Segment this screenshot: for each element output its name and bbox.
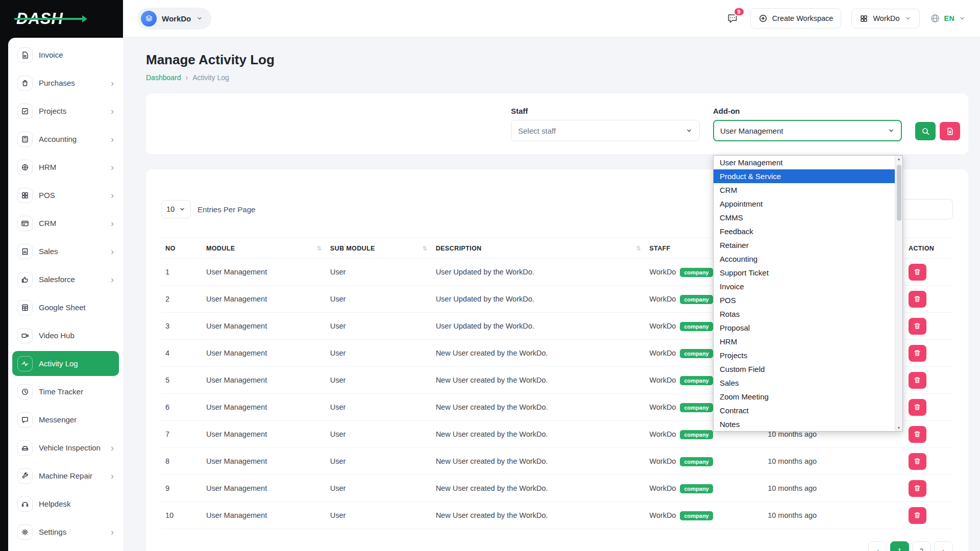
pagination: ‹12› [161,541,953,551]
notification-badge: 9 [733,7,745,16]
cell-description: New User created by the WorkDo. [432,340,646,367]
pagination-page-1[interactable]: 1 [890,541,909,551]
scroll-up-icon[interactable]: ▲ [895,157,902,161]
sidebar-item-purchases[interactable]: Purchases› [12,70,119,95]
dropdown-option-projects[interactable]: Projects [714,348,895,362]
chevron-down-icon [888,127,895,134]
projects-icon [17,104,33,119]
sidebar-item-settings[interactable]: Settings› [12,519,119,544]
addon-select[interactable]: User Management [713,120,902,141]
delete-button[interactable] [909,291,926,308]
sidebar-item-vehicle-inspection[interactable]: Vehicle Inspection› [12,435,119,460]
delete-button[interactable] [909,264,926,281]
sidebar-item-pos[interactable]: POS› [12,183,119,208]
sidebar-item-salesforce[interactable]: Salesforce› [12,267,119,292]
dropdown-option-invoice[interactable]: Invoice [714,280,895,293]
sidebar-item-hrm[interactable]: HRM› [12,155,119,180]
staff-select[interactable]: Select staff [511,120,700,141]
search-button[interactable] [915,122,936,140]
sidebar-item-accounting[interactable]: Accounting› [12,127,119,152]
delete-button[interactable] [909,507,926,524]
dropdown-option-hrm[interactable]: HRM [714,335,895,348]
salesforce-icon [17,272,33,287]
dropdown-option-proposal[interactable]: Proposal [714,321,895,335]
column-header-sub-module[interactable]: SUB MODULE⇅ [326,238,432,259]
sort-icon[interactable]: ⇅ [316,245,322,252]
cell-no: 5 [161,367,202,394]
helpdesk-icon [17,496,33,512]
delete-button[interactable] [909,453,926,470]
chevron-right-icon: › [111,135,114,144]
sidebar-item-google-sheet[interactable]: Google Sheet [12,295,119,320]
delete-button[interactable] [909,426,926,443]
dropdown-option-accounting[interactable]: Accounting [714,252,895,266]
dropdown-option-contract[interactable]: Contract [714,404,895,417]
delete-button[interactable] [909,318,926,335]
delete-button[interactable] [909,480,926,497]
dropdown-option-custom-field[interactable]: Custom Field [714,362,895,376]
cell-action [904,313,953,340]
cell-module: User Management [202,340,326,367]
column-header-description[interactable]: DESCRIPTION⇅ [432,238,646,259]
dropdown-option-rotas[interactable]: Rotas [714,307,895,321]
dropdown-option-cmms[interactable]: CMMS [714,211,895,224]
table-row: 8User ManagementUserNew User created by … [161,448,953,475]
cell-description: New User created by the WorkDo. [432,394,646,421]
sort-icon[interactable]: ⇅ [636,245,641,252]
sidebar-item-invoice[interactable]: Invoice [12,42,119,67]
dropdown-option-feedback[interactable]: Feedback [714,224,895,238]
column-header-module[interactable]: MODULE⇅ [202,238,326,259]
company-badge: company [680,349,713,358]
dropdown-option-pos[interactable]: POS [714,293,895,307]
sidebar-item-sales[interactable]: Sales› [12,239,119,264]
cell-module: User Management [202,367,326,394]
pagination-page-2[interactable]: 2 [912,541,931,551]
export-button[interactable] [940,122,960,140]
entries-per-page-select[interactable]: 10 [161,200,191,218]
dropdown-option-appointment[interactable]: Appointment [714,197,895,211]
dropdown-option-zoom-meeting[interactable]: Zoom Meeting [714,390,895,404]
dropdown-option-retainer[interactable]: Retainer [714,238,895,252]
language-selector[interactable]: EN [930,13,966,23]
sidebar-item-messenger[interactable]: Messenger [12,407,119,432]
workspace-switcher[interactable]: WorkDo [137,8,211,30]
time-tracker-icon [17,384,33,399]
messages-button[interactable]: 9 [725,11,740,26]
cell-action [904,502,953,529]
pagination-next-button[interactable]: › [934,541,953,551]
top-header: WorkDo 9 Create Workspace WorkDo EN [123,0,980,37]
dropdown-option-notes[interactable]: Notes [714,417,895,431]
delete-button[interactable] [909,399,926,416]
entries-per-page-value: 10 [166,205,175,213]
dropdown-option-support-ticket[interactable]: Support Ticket [714,266,895,280]
breadcrumb-dashboard-link[interactable]: Dashboard [146,73,181,82]
breadcrumb-separator: › [186,73,188,82]
dropdown-scrollbar[interactable]: ▲ ▼ [895,156,902,431]
delete-button[interactable] [909,345,926,362]
cell-module: User Management [202,475,326,502]
sidebar-item-machine-repair[interactable]: Machine Repair› [12,463,119,488]
create-workspace-label: Create Workspace [772,14,834,22]
chevron-right-icon: › [111,247,114,256]
create-workspace-button[interactable]: Create Workspace [750,8,842,29]
cell-action [904,421,953,448]
sidebar-item-projects[interactable]: Projects› [12,98,119,123]
table-row: 9User ManagementUserNew User created by … [161,475,953,502]
delete-button[interactable] [909,372,926,389]
dropdown-option-user-management[interactable]: User Management [714,156,895,169]
pagination-prev-button[interactable]: ‹ [868,541,887,551]
dropdown-option-product-service[interactable]: Product & Service [714,169,895,183]
sidebar-item-activity-log[interactable]: Activity Log [12,351,119,376]
sidebar-item-video-hub[interactable]: Video Hub [12,323,119,348]
sidebar-item-helpdesk[interactable]: Helpdesk [12,491,119,516]
dropdown-option-crm[interactable]: CRM [714,183,895,197]
scrollbar-thumb[interactable] [897,165,901,221]
sidebar-item-crm[interactable]: CRM› [12,211,119,236]
cell-module: User Management [202,313,326,340]
sort-icon[interactable]: ⇅ [422,245,427,252]
sidebar-item-time-tracker[interactable]: Time Tracker [12,379,119,404]
cell-action [904,286,953,313]
scroll-down-icon[interactable]: ▼ [895,426,902,430]
apps-menu-button[interactable]: WorkDo [851,9,919,29]
dropdown-option-sales[interactable]: Sales [714,376,895,390]
